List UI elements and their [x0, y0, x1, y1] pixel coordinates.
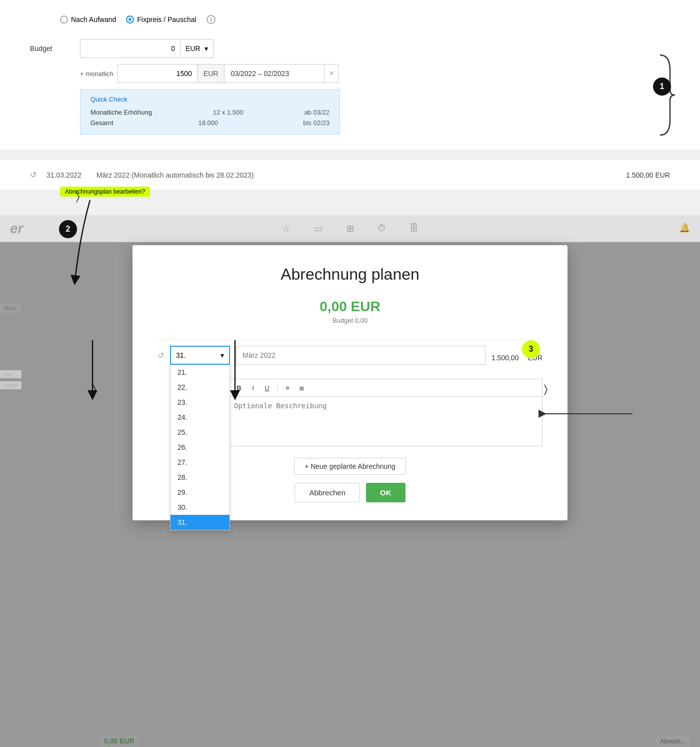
annotation-bubble-2: 2 [59, 220, 77, 238]
side-label-ungen: ungen [0, 381, 22, 389]
monitor-icon[interactable]: ▭ [312, 223, 324, 235]
month-input[interactable] [236, 346, 486, 365]
curly-brace-svg [650, 50, 680, 140]
italic-button[interactable]: I [247, 382, 259, 394]
qc-row-1: Monatliche Erhöhung 12 x 1.500 ab 03/22 [90, 107, 330, 118]
app-logo: er [10, 221, 23, 237]
day-option-29[interactable]: 29. [170, 485, 230, 500]
cancel-button[interactable]: Abbrechen [294, 483, 360, 502]
budget-row: Budget EUR ▾ [30, 39, 670, 58]
list-ul-button[interactable]: ≡ [282, 382, 294, 394]
qc-date-2: bis 02/23 [303, 119, 330, 127]
description-input[interactable] [228, 396, 542, 446]
day-select-container: 31. ▾ 21. 22. 23. 24. 25. 26. 27. 28. 29… [170, 346, 230, 365]
day-option-30[interactable]: 30. [170, 500, 230, 515]
day-option-28[interactable]: 28. [170, 470, 230, 485]
side-labels: zug ungen [0, 370, 22, 389]
radio-fixpreis[interactable]: Fixpreis / Pauschal [126, 16, 196, 24]
budget-input[interactable] [80, 39, 180, 58]
modal-budget-label: Budget 0,00 [158, 317, 542, 324]
day-selected-value: 31. [176, 351, 186, 359]
modal-amount: 0,00 EUR [158, 299, 542, 315]
qc-label-1: Monatliche Erhöhung [90, 109, 152, 116]
modal: Abrechnung planen 0,00 EUR Budget 0,00 ↺… [132, 245, 568, 520]
currency-select[interactable]: EUR ▾ [180, 39, 214, 58]
list-ol-button[interactable]: ≣ [296, 382, 308, 394]
bell-icon[interactable]: 🔔 [679, 222, 690, 233]
day-option-24[interactable]: 24. [170, 410, 230, 425]
app-bar: er ☆ ▭ ⊞ ⏱ 🗄 🔔 [0, 215, 700, 242]
day-option-31[interactable]: 31. [170, 515, 230, 530]
day-select-wrapper: 31. ▾ 21. 22. 23. 24. 25. 26. 27. 28. 29… [170, 346, 230, 365]
modal-refresh-icon[interactable]: ↺ [158, 351, 164, 360]
qc-row-2: Gesamt 18.000 bis 02/23 [90, 118, 330, 128]
description-toolbar: B I U ≡ ≣ [228, 379, 542, 396]
underline-button[interactable]: U [261, 382, 273, 394]
clock-icon[interactable]: ⏱ [376, 223, 388, 235]
refresh-icon[interactable]: ↺ [30, 170, 36, 180]
app-bar-icons: ☆ ▭ ⊞ ⏱ 🗄 [280, 223, 420, 235]
day-option-27[interactable]: 27. [170, 455, 230, 470]
billing-amount: 1.500,00 EUR [626, 171, 670, 179]
day-dropdown: 21. 22. 23. 24. 25. 26. 27. 28. 29. 30. … [170, 365, 230, 530]
annotation-bubble-3: 3 [522, 340, 540, 358]
monthly-prefix: + monatlich [80, 70, 114, 78]
monthly-input[interactable] [118, 64, 198, 83]
billing-period: März 2022 (Monatlich automatisch bis 28.… [96, 171, 626, 179]
top-section: Nach Aufwand Fixpreis / Pauschal ℹ Budge… [0, 0, 700, 150]
radio-circle-1 [60, 16, 68, 24]
grid-icon[interactable]: ⊞ [344, 223, 356, 235]
modal-billing-row: ↺ 31. ▾ 21. 22. 23. 24. 25. 26. 27. 28. [158, 339, 542, 371]
quick-check-box: Quick Check Monatliche Erhöhung 12 x 1.5… [80, 89, 340, 135]
modal-title: Abrechnung planen [158, 265, 542, 284]
database-icon[interactable]: 🗄 [408, 223, 420, 235]
radio-label-2: Fixpreis / Pauschal [137, 16, 196, 24]
day-option-21[interactable]: 21. [170, 365, 230, 380]
toolbar-separator [277, 383, 278, 392]
monthly-row: + monatlich EUR 03/2022 – 02/2023 × [80, 64, 670, 83]
date-range-input[interactable]: 03/2022 – 02/2023 [224, 64, 324, 83]
qc-label-2: Gesamt [90, 119, 114, 127]
day-chevron-icon: ▾ [220, 351, 224, 359]
add-billing-button[interactable]: + Neue geplante Abrechnung [294, 458, 406, 475]
qc-value-1: 12 x 1.500 [213, 109, 244, 116]
annotation-bubble-1: 1 [653, 78, 671, 96]
quick-check-title[interactable]: Quick Check [90, 96, 330, 103]
radio-row: Nach Aufwand Fixpreis / Pauschal ℹ [60, 15, 670, 24]
star-icon[interactable]: ☆ [280, 223, 292, 235]
day-select-display[interactable]: 31. ▾ [170, 346, 230, 365]
billing-date: 31.03.2022 [46, 171, 82, 179]
radio-label-1: Nach Aufwand [71, 16, 116, 24]
day-option-23[interactable]: 23. [170, 395, 230, 410]
bold-button[interactable]: B [233, 382, 245, 394]
radio-circle-2 [126, 16, 134, 24]
currency-chevron: ▾ [204, 45, 208, 53]
description-container: B I U ≡ ≣ [228, 379, 542, 448]
currency-value: EUR [186, 45, 200, 53]
billing-amount-display: 1.500,00 [492, 354, 519, 362]
billing-row-section: ↺ 31.03.2022 März 2022 (Monatlich automa… [0, 160, 700, 190]
radio-nach-aufwand[interactable]: Nach Aufwand [60, 16, 116, 24]
monthly-currency: EUR [198, 64, 225, 83]
ok-button[interactable]: OK [366, 483, 406, 502]
day-option-26[interactable]: 26. [170, 440, 230, 455]
side-label-zug: zug [0, 370, 22, 378]
close-date-range[interactable]: × [324, 64, 338, 83]
qc-date-1: ab 03/22 [304, 109, 330, 116]
day-option-22[interactable]: 22. [170, 380, 230, 395]
edit-badge[interactable]: Abrechnungsplan bearbeiten? [60, 187, 150, 197]
qc-value-2: 18.000 [198, 119, 218, 127]
info-icon[interactable]: ℹ [206, 15, 216, 24]
day-option-25[interactable]: 25. [170, 425, 230, 440]
budget-label: Budget [30, 45, 80, 53]
